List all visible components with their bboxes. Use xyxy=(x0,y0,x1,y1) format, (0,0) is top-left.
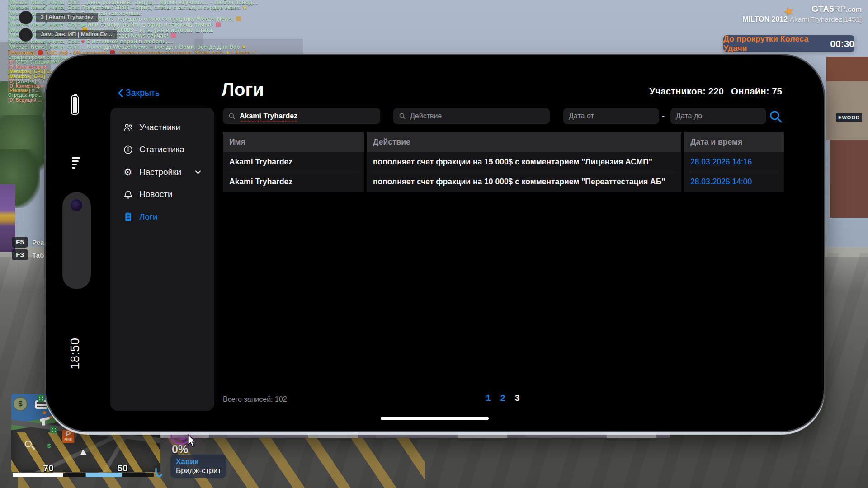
search-button[interactable] xyxy=(768,109,783,124)
street-name: Бридж-стрит xyxy=(176,466,221,475)
name-cell: Akami Tryhardez xyxy=(223,152,364,172)
page-number[interactable]: 1 xyxy=(482,393,494,403)
page-number[interactable]: 2 xyxy=(497,393,509,403)
chat-segment: [D] xyxy=(8,79,16,84)
name-search-value: Akami Tryhardez xyxy=(240,112,297,120)
chevron-left-icon xyxy=(118,89,123,97)
chat-segment: [CPD] xyxy=(16,60,30,65)
column-header-date: Дата и время xyxy=(684,132,784,152)
clipboard-list-icon xyxy=(123,211,133,222)
members-count: Участников: 220 xyxy=(650,86,724,97)
page-title: Логи xyxy=(222,80,264,100)
date-to-placeholder: Дата до xyxy=(676,112,702,120)
hook-icon xyxy=(153,468,163,479)
search-icon xyxy=(228,113,236,120)
chat-line: [Weazel News] Alena_Coil: …день рождения… xyxy=(8,0,406,5)
close-button-label: Закрыть xyxy=(126,88,160,98)
table-column-name: Имя Akami TryhardezAkami Tryhardez xyxy=(223,132,364,192)
key-badge: F3 xyxy=(12,249,28,260)
screenshot-root: EWOOD [Weazel News] Alena_Coil: …день ро… xyxy=(0,0,868,488)
wheel-of-fortune-banner: До прокрутки Колеса Удачи 00:30 xyxy=(723,35,854,52)
total-records-label: Всего записей: 102 xyxy=(223,395,287,404)
sidebar-item-label: Участники xyxy=(139,122,180,132)
sidebar-item-members[interactable]: Участники xyxy=(110,116,214,139)
sidebar-item-news[interactable]: Новости xyxy=(110,183,214,206)
users-icon xyxy=(123,122,133,133)
chat-segment: ★ xyxy=(242,5,247,11)
chat-segment: [Реклама] xyxy=(8,88,31,93)
page-number[interactable]: 3 xyxy=(511,393,523,403)
date-to-input[interactable]: Дата до xyxy=(670,108,766,124)
search-icon xyxy=(769,110,783,123)
player-arrow-icon xyxy=(80,449,86,455)
stat-bar-white xyxy=(13,473,85,477)
name-search-input[interactable]: Akami Tryhardez xyxy=(223,108,380,124)
info-icon xyxy=(123,144,133,155)
online-count: Онлайн: 75 xyxy=(731,86,782,97)
chat-segment: [Мегафон] [CPD] Ст… xyxy=(8,69,57,74)
chat-segment: [D] xyxy=(8,98,16,103)
pagination: 123 xyxy=(481,393,524,403)
members-stats: Участников: 220 Онлайн: 75 xyxy=(650,86,782,97)
sidebar-item-label: Статистика xyxy=(139,145,184,155)
phone: 18:50 Закрыть Логи Участников: 220 Онлай… xyxy=(44,54,825,432)
chat-segment: Отредактировал сотрудни… xyxy=(8,55,72,60)
chat-segment: [D] xyxy=(8,84,16,89)
date-from-placeholder: Дата от xyxy=(569,112,594,120)
parking-fine-label: FINE xyxy=(62,438,74,441)
banner-timer: 00:30 xyxy=(830,38,854,49)
signal-bars-icon xyxy=(72,157,80,169)
chat-segment xyxy=(171,33,176,38)
camera-lens xyxy=(70,199,83,211)
stat-bar-blue xyxy=(86,473,154,477)
chevron-down-icon[interactable] xyxy=(194,169,202,176)
table-column-action: Действие пополняет счет фракции на 15 00… xyxy=(367,132,681,192)
action-search-input[interactable]: Действие xyxy=(393,108,550,124)
stat-value-left: 70 xyxy=(36,463,61,474)
stat-value-right: 50 xyxy=(110,463,135,474)
date-cell[interactable]: 28.03.2026 14:00 xyxy=(684,172,784,192)
bell-icon xyxy=(123,189,133,200)
table-column-date: Дата и время 28.03.2026 14:1628.03.2026 … xyxy=(684,132,784,192)
logo-domain: .com xyxy=(846,5,862,13)
server-name: MILTON 2012 xyxy=(742,15,788,23)
magnifier-blip-icon xyxy=(25,441,32,447)
date-cell[interactable]: 28.03.2026 14:16 xyxy=(684,152,784,172)
building-sign: EWOOD xyxy=(836,113,862,122)
camera-island xyxy=(62,192,91,289)
chat-segment xyxy=(236,16,241,21)
column-header-name: Имя xyxy=(223,132,364,152)
sidebar-item-settings[interactable]: ⚙ Настройки xyxy=(110,161,214,183)
date-from-input[interactable]: Дата от xyxy=(563,108,659,124)
sidebar-item-label: Логи xyxy=(139,212,158,222)
district-name: Хавик xyxy=(176,457,221,466)
right-building-roof xyxy=(826,57,868,81)
name-cell: Akami Tryhardez xyxy=(223,172,364,192)
gear-icon: ⚙ xyxy=(123,167,133,178)
dollar-blip-icon: $ xyxy=(47,442,51,449)
chat-segment xyxy=(38,50,43,55)
parking-fine-blip-icon: P FINE xyxy=(62,430,75,443)
logo-bold: GTA5 xyxy=(811,4,834,14)
site-logo: GTA5RP.com xyxy=(742,4,862,15)
chat-segment: Отредактиро… xyxy=(8,93,42,98)
home-indicator[interactable] xyxy=(381,417,489,420)
sidebar-item-logs[interactable]: Логи xyxy=(110,206,214,228)
right-building-lower xyxy=(830,140,868,218)
action-cell: пополняет счет фракции на 15 000$ с комм… xyxy=(367,152,681,172)
sidebar-item-statistics[interactable]: Статистика xyxy=(110,139,214,161)
close-button[interactable]: Закрыть xyxy=(118,88,160,98)
orange-blip-icon xyxy=(43,411,46,414)
column-header-action: Действие xyxy=(367,132,681,152)
chat-segment: [Weazel News] Alena_Coil: xyxy=(8,0,81,5)
logo-mid: RP xyxy=(834,4,846,14)
player-name: Akami Tryhardez[1451] xyxy=(790,15,862,23)
chat-segment: ⚙… xyxy=(31,88,40,93)
player-blip-avatar xyxy=(19,11,33,24)
chat-segment xyxy=(216,22,221,27)
money-blip-icon: $ xyxy=(13,397,28,411)
sidebar-item-label: Новости xyxy=(139,189,173,199)
sidebar-item-label: Настройки xyxy=(139,167,181,177)
property-blip-icon xyxy=(38,395,44,402)
chat-segment: Ведущий … xyxy=(16,98,42,103)
